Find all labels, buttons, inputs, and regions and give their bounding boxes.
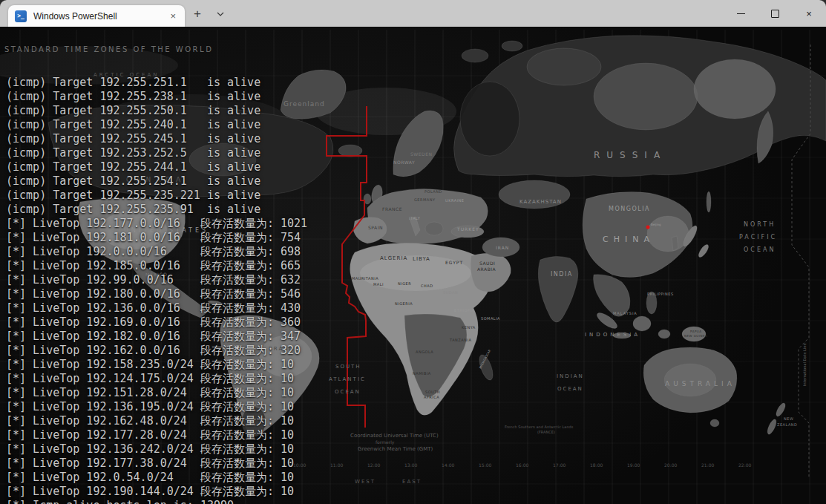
terminal-line: [*] LiveTop 192.162.0.0/16 段存活数量为: 320 — [6, 344, 388, 358]
terminal-line: (icmp) Target 192.253.252.5 is alive — [6, 146, 388, 160]
new-tab-button[interactable]: + — [185, 1, 210, 27]
minimize-icon — [737, 13, 745, 14]
map-label: EGYPT — [445, 260, 463, 265]
map-label: INDONESIA — [585, 332, 640, 338]
map-label: SOMALIA — [481, 316, 500, 321]
window-controls: × — [724, 0, 826, 27]
terminal-line: [*] LiveTop 192.136.0.0/16 段存活数量为: 430 — [6, 301, 388, 315]
map-label: OCEAN — [744, 246, 776, 253]
maximize-icon — [771, 10, 779, 18]
map-label: ZEALAND — [777, 422, 797, 427]
terminal-line: (icmp) Target 192.255.235.91 is alive — [6, 203, 388, 217]
map-label: 20:00 — [664, 462, 677, 468]
map-label: CHINA — [603, 235, 655, 244]
maximize-button[interactable] — [758, 0, 792, 27]
map-label: OCEAN — [557, 386, 583, 392]
map-label: 15:00 — [479, 462, 491, 468]
map-label: RUSSIA — [594, 150, 666, 160]
map-label: Beijing — [651, 223, 661, 226]
minimize-button[interactable] — [724, 0, 758, 27]
powershell-icon: >_ — [15, 10, 27, 22]
terminal-line: [*] LiveTop 192.162.48.0/24 段存活数量为: 10 — [6, 414, 388, 428]
map-label: IRAN — [496, 245, 509, 250]
map-label: MONGOLIA — [609, 206, 650, 212]
map-label: ITALY — [409, 216, 421, 220]
map-label: French Southern and Antarctic Lands — [505, 425, 574, 429]
map-label: SOUTH — [425, 390, 440, 394]
map-label: EAST — [402, 479, 422, 485]
map-label: AUSTRALIA — [665, 380, 735, 387]
terminal-window: STANDARD TIME ZONES OF THE WORLDARCTIC O… — [0, 0, 826, 504]
map-label: NEW — [784, 416, 793, 421]
map-label: LIBYA — [413, 256, 430, 262]
map-label: 13:00 — [404, 462, 417, 468]
map-label: 17:00 — [553, 462, 566, 468]
close-button[interactable]: × — [792, 0, 826, 27]
terminal-line: (icmp) Target 192.255.240.1 is alive — [6, 118, 388, 132]
terminal-line: [*] LiveTop 192.177.0.0/16 段存活数量为: 1021 — [6, 217, 388, 231]
tab-dropdown-button[interactable] — [210, 1, 231, 27]
map-label: 22:00 — [738, 462, 751, 468]
map-label: MALAYSIA — [613, 311, 637, 315]
map-label: UKRAINE — [445, 198, 465, 203]
terminal-line: (icmp) Target 192.255.250.1 is alive — [6, 104, 388, 118]
map-label: ARABIA — [477, 266, 496, 272]
terminal-line: [*] LiveTop 192.124.175.0/24 段存活数量为: 10 — [6, 372, 388, 386]
map-label: 16:00 — [516, 462, 528, 468]
map-label: NAMIBIA — [413, 371, 431, 376]
map-label: NEW GUINEA — [684, 334, 707, 338]
terminal-output: (icmp) Target 192.255.251.1 is alive(icm… — [6, 33, 388, 504]
terminal-line: [*] LiveTop 192.0.54.0/24 段存活数量为: 10 — [6, 471, 388, 485]
terminal-line: [*] LiveTop 192.177.38.0/24 段存活数量为: 10 — [6, 456, 388, 471]
map-label: AFRICA — [424, 395, 439, 399]
map-label: ANGOLA — [416, 350, 433, 354]
terminal-line: [*] LiveTop 192.136.195.0/24 段存活数量为: 10 — [6, 400, 388, 414]
terminal-line: [*] LiveTop 192.180.0.0/16 段存活数量为: 546 — [6, 287, 388, 301]
map-label: 19:00 — [627, 462, 640, 468]
map-label: 14:00 — [442, 462, 454, 468]
terminal-line: [*] LiveTop 192.169.0.0/16 段存活数量为: 360 — [6, 315, 388, 330]
map-label: SUDAN — [443, 290, 458, 295]
terminal-line: [*] LiveTop 192.182.0.0/16 段存活数量为: 347 — [6, 330, 388, 344]
map-label: POLAND — [425, 189, 442, 194]
terminal-line: (icmp) Target 192.255.245.1 is alive — [6, 132, 388, 146]
chevron-down-icon — [217, 12, 224, 16]
map-label: NIGER — [398, 281, 411, 286]
terminal-line: [*] LiveTop 192.181.0.0/16 段存活数量为: 754 — [6, 231, 388, 245]
map-label: NORTH — [744, 221, 776, 228]
map-label: PAPUA — [690, 330, 701, 333]
beijing-marker-dot — [646, 226, 650, 229]
map-label: GERMANY — [414, 197, 436, 202]
tab-windows-powershell[interactable]: >_ Windows PowerShell × — [8, 5, 185, 27]
map-label: KENYA — [462, 325, 476, 330]
map-label: TURKEY — [456, 226, 479, 232]
map-label: ETHIOPIA — [454, 308, 474, 312]
map-label: International Date Line — [802, 344, 807, 386]
terminal-line: [*] LiveTop 192.0.0.0/16 段存活数量为: 698 — [6, 245, 388, 259]
map-label: 21:00 — [701, 462, 714, 468]
terminal-line: (icmp) Target 192.255.244.1 is alive — [6, 160, 388, 174]
map-label: TANZANIA — [449, 338, 471, 342]
terminal-line: [*] Icmp alive hosts len is: 13990 — [6, 499, 388, 504]
title-bar: >_ Windows PowerShell × + × — [0, 0, 826, 27]
map-label: SWEDEN — [410, 151, 432, 157]
terminal-line: (icmp) Target 192.255.238.1 is alive — [6, 90, 388, 104]
map-label: 18:00 — [590, 462, 603, 468]
terminal-line: (icmp) Target 192.255.251.1 is alive — [6, 76, 388, 90]
map-label: KAZAKHSTAN — [519, 199, 562, 205]
terminal-line: [*] LiveTop 192.185.0.0/16 段存活数量为: 665 — [6, 259, 388, 273]
tab-title: Windows PowerShell — [33, 11, 168, 22]
terminal-line: [*] LiveTop 192.158.235.0/24 段存活数量为: 10 — [6, 358, 388, 372]
terminal-line: [*] LiveTop 192.151.28.0/24 段存活数量为: 10 — [6, 386, 388, 400]
map-label: NORWAY — [393, 160, 415, 165]
tab-close-icon[interactable]: × — [168, 10, 178, 22]
map-label: INDIA — [551, 271, 573, 278]
terminal-line: [*] LiveTop 192.190.144.0/24 段存活数量为: 10 — [6, 485, 388, 499]
map-label: PHILIPPINES — [647, 292, 674, 296]
terminal-line: [*] LiveTop 192.177.28.0/24 段存活数量为: 10 — [6, 428, 388, 442]
terminal-line: (icmp) Target 192.255.235.221 is alive — [6, 189, 388, 203]
terminal-line: [*] LiveTop 192.99.0.0/16 段存活数量为: 632 — [6, 273, 388, 287]
map-label: CHAD — [421, 284, 433, 288]
terminal-line: (icmp) Target 192.255.254.1 is alive — [6, 174, 388, 189]
map-label: (FRANCE) — [537, 430, 555, 434]
